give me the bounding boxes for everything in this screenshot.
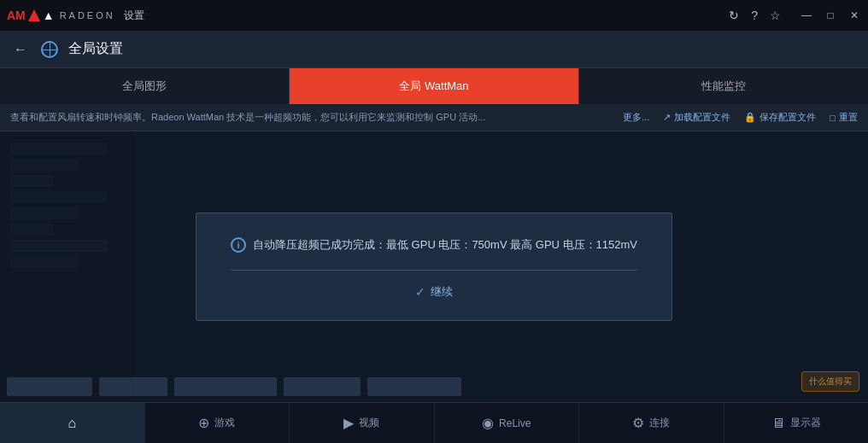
segment-4 xyxy=(284,377,361,396)
segment-3 xyxy=(174,377,277,396)
relive-label: ReLive xyxy=(499,417,531,429)
segment-2 xyxy=(99,377,167,396)
titlebar: AM ▲ RADEON 设置 ↻ ? ☆ — □ ✕ xyxy=(0,0,868,31)
connect-label: 连接 xyxy=(649,416,670,430)
connect-icon: ⚙ xyxy=(632,415,644,431)
help-icon[interactable]: ? xyxy=(751,9,758,22)
globe-icon xyxy=(41,41,58,58)
watermark: 什么值得买 xyxy=(801,371,859,392)
display-label: 显示器 xyxy=(790,416,821,430)
games-label: 游戏 xyxy=(214,416,235,430)
save-icon: 🔒 xyxy=(744,112,756,123)
segment-5 xyxy=(367,377,461,396)
load-config-action[interactable]: ↗ 加载配置文件 xyxy=(663,111,730,124)
bottombar-item-video[interactable]: ▶ 视频 xyxy=(290,403,435,443)
segment-1 xyxy=(7,377,92,396)
page-title: 全局设置 xyxy=(68,40,123,58)
dialog-divider xyxy=(231,270,637,271)
relive-icon: ◉ xyxy=(482,415,494,431)
load-icon: ↗ xyxy=(663,112,671,123)
amd-logo-d: ▲ xyxy=(43,9,55,22)
reset-icon: □ xyxy=(830,113,836,123)
star-icon[interactable]: ☆ xyxy=(770,9,781,22)
infobar-actions: 更多... ↗ 加载配置文件 🔒 保存配置文件 □ 重置 xyxy=(623,111,858,124)
dialog-box: i 自动降压超频已成功完成：最低 GPU 电压：750mV 最高 GPU 电压：… xyxy=(196,213,672,321)
dialog-text: 自动降压超频已成功完成：最低 GPU 电压：750mV 最高 GPU 电压：11… xyxy=(253,237,637,253)
bottom-bar-row-segments xyxy=(0,371,868,402)
settings-label: 设置 xyxy=(124,9,144,23)
amd-logo-a: AM xyxy=(7,9,26,22)
infobar: 查看和配置风扇转速和时钟频率。Radeon WattMan 技术是一种超频功能，… xyxy=(0,104,868,131)
bottombar-item-relive[interactable]: ◉ ReLive xyxy=(435,403,580,443)
save-config-action[interactable]: 🔒 保存配置文件 xyxy=(744,111,816,124)
bottombar-item-home[interactable]: ⌂ xyxy=(0,403,145,443)
amd-logo-triangle xyxy=(28,9,40,21)
main-content: i 自动降压超频已成功完成：最低 GPU 电压：750mV 最高 GPU 电压：… xyxy=(0,131,868,402)
back-button[interactable]: ← xyxy=(14,42,27,57)
close-button[interactable]: ✕ xyxy=(847,9,861,21)
checkmark-icon: ✓ xyxy=(415,285,425,299)
games-icon: ⊕ xyxy=(198,415,209,431)
more-link[interactable]: 更多... xyxy=(623,111,649,124)
infobar-text: 查看和配置风扇转速和时钟频率。Radeon WattMan 技术是一种超频功能，… xyxy=(10,111,616,124)
titlebar-right: ↻ ? ☆ — □ ✕ xyxy=(729,9,861,22)
minimize-button[interactable]: — xyxy=(800,9,813,21)
bottombar-item-display[interactable]: 🖥 显示器 xyxy=(724,403,869,443)
video-icon: ▶ xyxy=(343,415,354,431)
bottombar-item-connect[interactable]: ⚙ 连接 xyxy=(579,403,724,443)
tab-global-graphics[interactable]: 全局图形 xyxy=(0,68,290,104)
window-controls: — □ ✕ xyxy=(800,9,861,21)
amd-logo: AM ▲ xyxy=(7,9,55,22)
continue-label: 继续 xyxy=(431,284,453,300)
reset-action[interactable]: □ 重置 xyxy=(830,111,858,124)
refresh-icon[interactable]: ↻ xyxy=(729,9,739,22)
maximize-button[interactable]: □ xyxy=(824,9,837,21)
dialog-message: i 自动降压超频已成功完成：最低 GPU 电压：750mV 最高 GPU 电压：… xyxy=(231,237,637,253)
navbar: ← 全局设置 xyxy=(0,31,868,68)
info-icon: i xyxy=(231,237,246,253)
tabs-container: 全局图形 全局 WattMan 性能监控 xyxy=(0,68,868,104)
radeon-label: RADEON xyxy=(60,10,115,20)
bottombar-item-games[interactable]: ⊕ 游戏 xyxy=(145,403,290,443)
tab-performance-monitor[interactable]: 性能监控 xyxy=(579,68,868,104)
tab-global-wattman[interactable]: 全局 WattMan xyxy=(290,68,579,104)
dialog-overlay: i 自动降压超频已成功完成：最低 GPU 电压：750mV 最高 GPU 电压：… xyxy=(0,131,868,402)
home-icon: ⌂ xyxy=(67,416,76,431)
display-icon: 🖥 xyxy=(771,416,785,431)
titlebar-left: AM ▲ RADEON 设置 xyxy=(7,9,144,23)
bottombar: ⌂ ⊕ 游戏 ▶ 视频 ◉ ReLive ⚙ 连接 🖥 显示器 xyxy=(0,402,868,443)
continue-button[interactable]: ✓ 继续 xyxy=(231,284,637,300)
video-label: 视频 xyxy=(359,416,379,430)
